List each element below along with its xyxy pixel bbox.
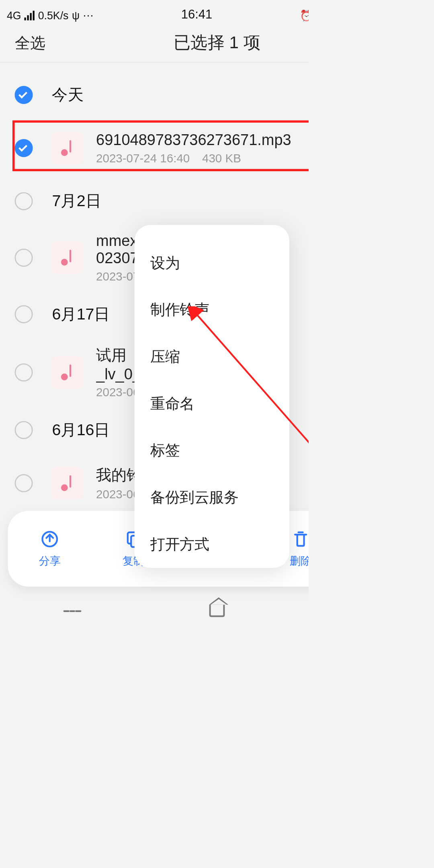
menu-rename[interactable]: 重命名 xyxy=(135,380,289,427)
menu-set-as[interactable]: 设为 xyxy=(135,240,289,287)
group-checkbox[interactable] xyxy=(15,192,33,210)
menu-compress[interactable]: 压缩 xyxy=(135,334,289,381)
group-label: 6月17日 xyxy=(52,303,110,325)
home-button[interactable] xyxy=(208,602,226,617)
group-checkbox[interactable] xyxy=(15,305,33,323)
menu-backup-cloud[interactable]: 备份到云服务 xyxy=(135,474,289,521)
status-bar: 4G 0.5K/s ψ ⋯ 16:41 ⏰ 🔕 HD 17% ⚡ xyxy=(0,0,309,23)
selection-header: 全选 已选择 1 项 取消 xyxy=(0,23,309,63)
music-file-icon xyxy=(51,241,84,274)
share-button[interactable]: 分享 xyxy=(18,529,81,568)
selection-title: 已选择 1 项 xyxy=(174,31,260,54)
alarm-icon: ⏰ xyxy=(300,9,309,22)
file-checkbox[interactable] xyxy=(15,474,33,492)
file-checkbox[interactable] xyxy=(15,363,33,381)
usb-icon: ψ xyxy=(72,9,80,22)
group-header[interactable]: 今天 xyxy=(0,71,309,119)
file-date: 2023-06 xyxy=(96,488,139,501)
file-date: 2023-07 xyxy=(96,270,139,283)
recents-button[interactable] xyxy=(63,602,82,617)
group-label: 6月16日 xyxy=(52,419,110,440)
group-header[interactable]: 7月2日 xyxy=(0,177,309,225)
select-all-button[interactable]: 全选 xyxy=(15,33,45,53)
clock: 16:41 xyxy=(181,7,212,22)
file-size: 430 KB xyxy=(202,151,241,164)
share-icon xyxy=(39,529,60,549)
more-status-icon: ⋯ xyxy=(83,9,94,22)
music-file-icon xyxy=(51,356,84,389)
android-navbar xyxy=(0,594,309,617)
group-checkbox[interactable] xyxy=(15,86,33,104)
file-checkbox[interactable] xyxy=(15,139,33,157)
menu-open-with[interactable]: 打开方式 xyxy=(135,521,289,568)
action-label: 删除 xyxy=(290,554,309,569)
music-file-icon xyxy=(51,467,84,500)
action-label: 分享 xyxy=(39,554,60,569)
file-row[interactable]: 6910489783736273671.mp3 2023-07-24 16:40… xyxy=(0,119,309,177)
menu-make-ringtone[interactable]: 制作铃声 xyxy=(135,287,289,334)
file-date: 2023-07-24 16:40 xyxy=(96,151,190,164)
signal-icon xyxy=(25,11,35,20)
group-checkbox[interactable] xyxy=(15,421,33,439)
file-checkbox[interactable] xyxy=(15,249,33,267)
network-type: 4G xyxy=(7,9,21,22)
group-label: 今天 xyxy=(52,84,84,106)
trash-icon xyxy=(291,529,309,549)
music-file-icon xyxy=(51,132,84,165)
file-date: 2023-06 xyxy=(96,385,139,398)
context-menu: 设为 制作铃声 压缩 重命名 标签 备份到云服务 打开方式 xyxy=(135,225,289,568)
file-name: 6910489783736273671.mp3 xyxy=(96,131,309,149)
group-label: 7月2日 xyxy=(52,190,101,212)
network-speed: 0.5K/s xyxy=(38,9,69,22)
menu-tags[interactable]: 标签 xyxy=(135,427,289,474)
